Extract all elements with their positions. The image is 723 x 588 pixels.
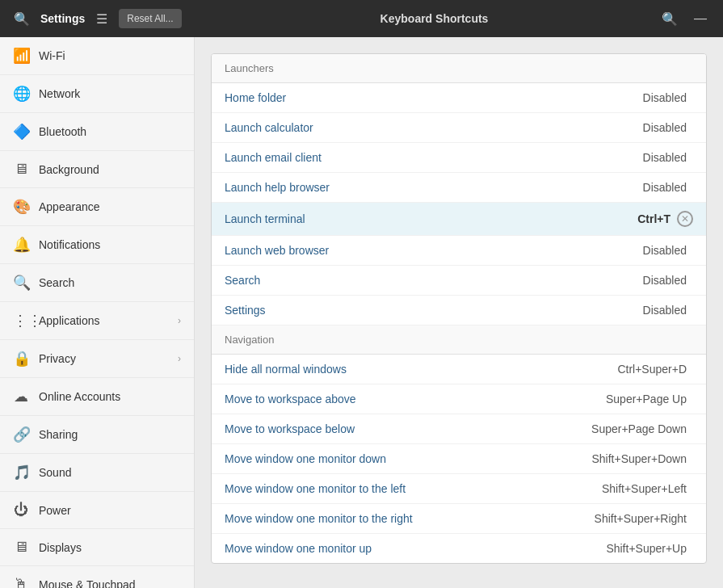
shortcut-row[interactable]: Move window one monitor to the leftShift… bbox=[212, 474, 706, 504]
sidebar-item-power[interactable]: ⏻ Power bbox=[0, 492, 194, 529]
main-layout: 📶 Wi-Fi 🌐 Network 🔷 Bluetooth 🖥 Backgrou… bbox=[0, 37, 723, 588]
sidebar-label-power: Power bbox=[39, 504, 71, 517]
sidebar-label-displays: Displays bbox=[39, 541, 82, 554]
window-search-button[interactable]: 🔍 bbox=[657, 8, 683, 30]
sidebar-item-search[interactable]: 🔍 Search bbox=[0, 264, 194, 302]
shortcut-row[interactable]: Launch web browserDisabled bbox=[212, 236, 706, 266]
sidebar-label-wifi: Wi-Fi bbox=[39, 49, 65, 62]
shortcut-name: Move window one monitor up bbox=[225, 542, 606, 555]
shortcut-name: Move window one monitor to the right bbox=[225, 512, 595, 525]
bluetooth-icon: 🔷 bbox=[13, 123, 29, 141]
displays-icon: 🖥 bbox=[13, 539, 29, 556]
clear-shortcut-button[interactable]: ✕ bbox=[677, 211, 693, 227]
shortcut-name: Move to workspace below bbox=[225, 422, 591, 435]
sidebar-label-privacy: Privacy bbox=[39, 352, 76, 365]
sidebar-label-network: Network bbox=[39, 87, 80, 100]
applications-icon: ⋮⋮ bbox=[13, 312, 29, 330]
online-accounts-icon: ☁ bbox=[13, 388, 29, 405]
section-header-0: Launchers bbox=[212, 54, 706, 83]
shortcut-name: Home folder bbox=[225, 91, 643, 104]
mouse-touchpad-icon: 🖱 bbox=[13, 576, 29, 588]
shortcut-key: Shift+Super+Up bbox=[606, 542, 687, 555]
sidebar-item-sharing[interactable]: 🔗 Sharing bbox=[0, 416, 194, 454]
shortcut-row[interactable]: SearchDisabled bbox=[212, 266, 706, 296]
privacy-icon: 🔒 bbox=[13, 350, 29, 368]
sidebar-label-search: Search bbox=[39, 276, 74, 289]
sidebar-item-sound[interactable]: 🎵 Sound bbox=[0, 454, 194, 492]
sidebar-item-left-privacy: 🔒 Privacy bbox=[13, 350, 76, 368]
shortcut-key: Super+Page Down bbox=[591, 422, 687, 435]
sidebar-item-mouse-touchpad[interactable]: 🖱 Mouse & Touchpad bbox=[0, 566, 194, 588]
shortcut-key: Disabled bbox=[643, 121, 687, 134]
shortcuts-panel: LaunchersHome folderDisabledLaunch calcu… bbox=[211, 53, 707, 564]
network-icon: 🌐 bbox=[13, 85, 29, 103]
sidebar-item-privacy[interactable]: 🔒 Privacy › bbox=[0, 340, 194, 378]
app-search-button[interactable]: 🔍 bbox=[10, 6, 34, 31]
sidebar-label-sharing: Sharing bbox=[39, 428, 78, 441]
shortcut-key: Shift+Super+Right bbox=[595, 512, 687, 525]
sidebar-label-applications: Applications bbox=[39, 314, 100, 327]
chevron-privacy-icon: › bbox=[178, 353, 181, 364]
shortcut-row[interactable]: SettingsDisabled bbox=[212, 296, 706, 326]
shortcut-row[interactable]: Launch terminalCtrl+T✕ bbox=[212, 203, 706, 236]
shortcut-key: Ctrl+Super+D bbox=[617, 363, 687, 376]
shortcut-name: Launch email client bbox=[225, 151, 643, 164]
shortcut-name: Move window one monitor to the left bbox=[225, 482, 602, 495]
titlebar: 🔍 Settings ☰ Reset All... Keyboard Short… bbox=[0, 0, 723, 37]
shortcut-row[interactable]: Launch help browserDisabled bbox=[212, 173, 706, 203]
shortcut-key: Disabled bbox=[643, 244, 687, 257]
search-icon: 🔍 bbox=[13, 274, 29, 292]
chevron-applications-icon: › bbox=[178, 315, 181, 326]
section-header-1: Navigation bbox=[212, 326, 706, 355]
shortcut-row[interactable]: Move to workspace belowSuper+Page Down bbox=[212, 414, 706, 444]
sidebar-item-wifi[interactable]: 📶 Wi-Fi bbox=[0, 37, 194, 75]
shortcut-name: Hide all normal windows bbox=[225, 363, 617, 376]
sidebar-label-background: Background bbox=[39, 163, 99, 176]
titlebar-right: 🔍 — bbox=[665, 8, 713, 30]
app-title: Settings bbox=[40, 12, 85, 25]
sidebar-item-online-accounts[interactable]: ☁ Online Accounts bbox=[0, 378, 194, 416]
shortcut-key: Ctrl+T bbox=[637, 212, 670, 225]
sidebar-label-notifications: Notifications bbox=[39, 238, 100, 251]
shortcut-row[interactable]: Move window one monitor upShift+Super+Up bbox=[212, 534, 706, 563]
sound-icon: 🎵 bbox=[13, 464, 29, 481]
sidebar-item-appearance[interactable]: 🎨 Appearance bbox=[0, 188, 194, 226]
sidebar-label-online-accounts: Online Accounts bbox=[39, 390, 120, 403]
titlebar-left: 🔍 Settings ☰ Reset All... bbox=[10, 6, 204, 31]
sidebar-label-mouse-touchpad: Mouse & Touchpad bbox=[39, 578, 136, 589]
appearance-icon: 🎨 bbox=[13, 198, 29, 216]
background-icon: 🖥 bbox=[13, 161, 29, 178]
reset-all-button[interactable]: Reset All... bbox=[119, 9, 181, 28]
shortcut-row[interactable]: Move to workspace aboveSuper+Page Up bbox=[212, 384, 706, 414]
wifi-icon: 📶 bbox=[13, 47, 29, 65]
shortcut-row[interactable]: Home folderDisabled bbox=[212, 83, 706, 113]
sidebar-label-sound: Sound bbox=[39, 466, 71, 479]
shortcut-key: Disabled bbox=[643, 304, 687, 317]
shortcut-key: Disabled bbox=[643, 181, 687, 194]
shortcut-name: Search bbox=[225, 274, 643, 287]
shortcut-name: Launch web browser bbox=[225, 244, 643, 257]
shortcut-name: Launch calculator bbox=[225, 121, 643, 134]
sidebar-item-background[interactable]: 🖥 Background bbox=[0, 151, 194, 188]
content-area: LaunchersHome folderDisabledLaunch calcu… bbox=[195, 37, 723, 588]
power-icon: ⏻ bbox=[13, 502, 29, 519]
shortcut-row[interactable]: Move window one monitor to the rightShif… bbox=[212, 504, 706, 534]
shortcut-name: Move to workspace above bbox=[225, 393, 606, 405]
sidebar-label-appearance: Appearance bbox=[39, 200, 100, 213]
sidebar-item-applications[interactable]: ⋮⋮ Applications › bbox=[0, 302, 194, 340]
shortcut-name: Launch terminal bbox=[225, 212, 637, 225]
sidebar-item-network[interactable]: 🌐 Network bbox=[0, 75, 194, 113]
shortcut-name: Move window one monitor down bbox=[225, 452, 591, 465]
shortcut-row[interactable]: Hide all normal windowsCtrl+Super+D bbox=[212, 355, 706, 384]
sidebar-label-bluetooth: Bluetooth bbox=[39, 125, 86, 138]
sidebar-item-displays[interactable]: 🖥 Displays bbox=[0, 529, 194, 566]
sidebar-item-bluetooth[interactable]: 🔷 Bluetooth bbox=[0, 113, 194, 151]
menu-button[interactable]: ☰ bbox=[91, 8, 112, 30]
shortcut-name: Launch help browser bbox=[225, 181, 643, 194]
shortcut-row[interactable]: Launch email clientDisabled bbox=[212, 143, 706, 173]
sidebar-item-notifications[interactable]: 🔔 Notifications bbox=[0, 226, 194, 264]
shortcut-row[interactable]: Launch calculatorDisabled bbox=[212, 113, 706, 143]
shortcut-row[interactable]: Move window one monitor downShift+Super+… bbox=[212, 444, 706, 474]
minimize-button[interactable]: — bbox=[687, 8, 713, 29]
shortcut-key: Shift+Super+Left bbox=[602, 482, 687, 495]
